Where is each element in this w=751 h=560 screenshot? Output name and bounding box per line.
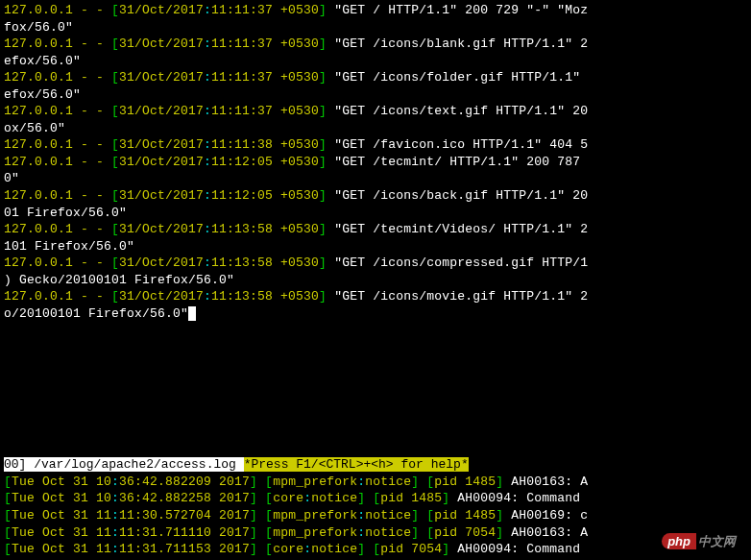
- log-message: AH00169: c: [503, 508, 588, 523]
- separator: :: [111, 508, 119, 523]
- bracket-open: [: [426, 475, 434, 489]
- bracket-close: ]: [319, 188, 327, 203]
- log-level: notice: [365, 475, 411, 489]
- module-name: mpm_prefork: [273, 508, 357, 523]
- access-log-line: 127.0.0.1 - - [31/Oct/2017:11:11:38 +053…: [4, 136, 747, 154]
- separator: :: [204, 155, 211, 169]
- wrap-text: ) Gecko/20100101 Firefox/56.0": [4, 273, 234, 287]
- log-date: Tue Oct 31 10: [12, 491, 111, 505]
- wrap-text: ox/56.0": [4, 121, 65, 135]
- empty-terminal-space: [4, 322, 747, 456]
- pid: pid 1485: [380, 491, 442, 505]
- text-cursor: [188, 306, 196, 321]
- pid: pid 1485: [434, 475, 496, 489]
- bracket-open: [: [426, 508, 434, 523]
- access-log-line: 127.0.0.1 - - [31/Oct/2017:11:12:05 +053…: [4, 154, 747, 171]
- access-log-line: 127.0.0.1 - - [31/Oct/2017:11:11:37 +053…: [4, 36, 747, 53]
- bracket-close: ]: [319, 256, 327, 270]
- client-ip: 127.0.0.1 - -: [4, 70, 111, 85]
- bracket-close: ]: [319, 222, 327, 236]
- request-text: "GET /favicon.ico HTTP/1.1" 404 5: [327, 137, 588, 152]
- bracket-open: [: [111, 3, 119, 17]
- access-log-pane[interactable]: 127.0.0.1 - - [31/Oct/2017:11:11:37 +053…: [4, 2, 747, 322]
- wrap-text: 0": [4, 171, 19, 185]
- bracket-open: [: [111, 104, 119, 118]
- separator: :: [204, 3, 211, 17]
- bracket-close: ]: [357, 491, 373, 505]
- access-log-wrap: fox/56.0": [4, 19, 747, 37]
- separator: :: [357, 475, 365, 489]
- separator: :: [204, 188, 211, 203]
- status-path: 00] /var/log/apache2/access.log: [4, 457, 244, 472]
- log-time: 11:13:58 +0530: [211, 222, 319, 236]
- bracket-open: [: [111, 137, 119, 152]
- bracket-close: ]: [319, 155, 327, 169]
- log-date: 31/Oct/2017: [119, 256, 204, 270]
- separator: :: [111, 525, 119, 540]
- log-time: 11:13:58 +0530: [211, 256, 319, 270]
- log-date: 31/Oct/2017: [119, 188, 204, 203]
- request-text: "GET /icons/movie.gif HTTP/1.1" 2: [327, 289, 588, 304]
- pid: pid 7054: [434, 525, 496, 540]
- bracket-open: [: [4, 475, 12, 489]
- wrap-text: efox/56.0": [4, 87, 81, 102]
- log-message: AH00094: Command: [449, 491, 588, 505]
- bracket-open: [: [426, 525, 434, 540]
- log-date: Tue Oct 31 11: [12, 525, 111, 540]
- access-log-line: 127.0.0.1 - - [31/Oct/2017:11:11:37 +053…: [4, 2, 747, 19]
- bracket-open: [: [111, 222, 119, 236]
- module-name: core: [273, 542, 303, 556]
- separator: :: [204, 289, 211, 304]
- error-log-pane[interactable]: [Tue Oct 31 10:36:42.882209 2017] [mpm_p…: [4, 474, 747, 558]
- log-time: 11:11:37 +0530: [211, 37, 319, 51]
- log-date: 31/Oct/2017: [119, 289, 204, 304]
- access-log-line: 127.0.0.1 - - [31/Oct/2017:11:11:37 +053…: [4, 69, 747, 86]
- watermark-php: php: [662, 533, 696, 549]
- log-message: AH00094: Command: [449, 542, 588, 556]
- log-level: notice: [365, 525, 411, 540]
- log-time: 11:31.711153 2017: [119, 542, 250, 556]
- watermark-logo: php中文网: [662, 533, 738, 550]
- separator: :: [111, 475, 119, 489]
- separator: :: [303, 491, 311, 505]
- log-date: 31/Oct/2017: [119, 70, 204, 85]
- bracket-open: [: [111, 256, 119, 270]
- bracket-open: [: [4, 525, 12, 540]
- log-time: 11:13:58 +0530: [211, 289, 319, 304]
- log-date: 31/Oct/2017: [119, 3, 204, 17]
- log-time: 11:11:37 +0530: [211, 104, 319, 118]
- bracket-close: ]: [411, 475, 426, 489]
- log-date: 31/Oct/2017: [119, 104, 204, 118]
- log-level: notice: [311, 542, 357, 556]
- client-ip: 127.0.0.1 - -: [4, 289, 111, 304]
- request-text: "GET /tecmint/Videos/ HTTP/1.1" 2: [327, 222, 588, 236]
- status-bar: 00] /var/log/apache2/access.log *Press F…: [4, 456, 747, 474]
- wrap-text: o/20100101 Firefox/56.0": [4, 306, 188, 321]
- client-ip: 127.0.0.1 - -: [4, 188, 111, 203]
- bracket-close: ]: [250, 525, 265, 540]
- error-log-line: [Tue Oct 31 11:11:31.711110 2017] [mpm_p…: [4, 524, 747, 542]
- bracket-open: [: [373, 491, 380, 505]
- client-ip: 127.0.0.1 - -: [4, 104, 111, 118]
- wrap-text: 01 Firefox/56.0": [4, 206, 127, 220]
- module-name: core: [273, 491, 303, 505]
- request-text: "GET /icons/folder.gif HTTP/1.1": [327, 70, 588, 85]
- pid: pid 7054: [380, 542, 442, 556]
- bracket-close: ]: [319, 137, 327, 152]
- client-ip: 127.0.0.1 - -: [4, 37, 111, 51]
- separator: :: [204, 222, 211, 236]
- bracket-open: [: [111, 70, 119, 85]
- log-time: 36:42.882258 2017: [119, 491, 250, 505]
- separator: :: [204, 256, 211, 270]
- log-time: 11:12:05 +0530: [211, 155, 319, 169]
- separator: :: [357, 525, 365, 540]
- bracket-open: [: [373, 542, 380, 556]
- access-log-line: 127.0.0.1 - - [31/Oct/2017:11:11:37 +053…: [4, 103, 747, 120]
- log-time: 11:30.572704 2017: [119, 508, 250, 523]
- separator: :: [111, 542, 119, 556]
- access-log-wrap: efox/56.0": [4, 53, 747, 70]
- access-log-wrap: 101 Firefox/56.0": [4, 238, 747, 256]
- log-date: Tue Oct 31 10: [12, 475, 111, 489]
- error-log-line: [Tue Oct 31 10:36:42.882258 2017] [core:…: [4, 490, 747, 507]
- bracket-open: [: [111, 188, 119, 203]
